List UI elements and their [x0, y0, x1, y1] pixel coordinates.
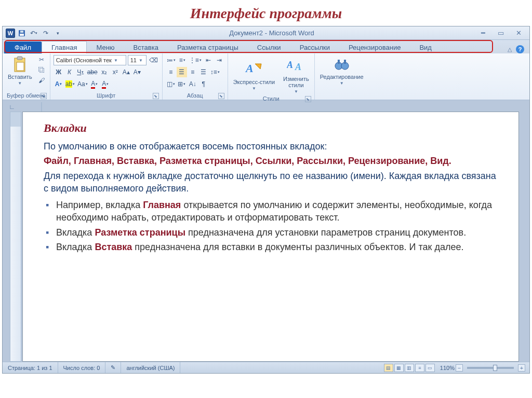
document-page[interactable]: Вкладки По умолчанию в окне отображается…	[22, 112, 519, 362]
maximize-icon[interactable]: ▭	[495, 29, 507, 37]
font-color-icon[interactable]: A▾	[89, 79, 100, 89]
italic-button[interactable]: К	[64, 67, 75, 77]
collapse-ribbon-icon[interactable]: △	[508, 46, 512, 53]
zoom-level[interactable]: 110%	[440, 365, 455, 371]
text-effects-icon[interactable]: A▾	[54, 79, 64, 89]
clear-format-icon[interactable]: ⌫	[148, 55, 159, 65]
svg-rect-2	[20, 31, 23, 33]
tab-pagelayout[interactable]: Разметка страницы	[168, 42, 248, 53]
format-painter-icon[interactable]: 🖌	[36, 76, 47, 85]
tab-menu[interactable]: Меню	[87, 42, 124, 53]
window-title: Документ2 - Microsoft Word	[66, 29, 477, 37]
tab-selector-icon[interactable]: ∟	[3, 102, 21, 112]
zoom-thumb[interactable]	[493, 365, 497, 371]
cut-icon[interactable]: ✂	[36, 55, 47, 64]
view-reading-icon[interactable]: ▦	[394, 364, 404, 372]
close-icon[interactable]: ✕	[513, 29, 524, 37]
tab-file[interactable]: Файл	[4, 42, 42, 53]
view-web-icon[interactable]: ▥	[405, 364, 414, 372]
borders-icon[interactable]: ⊞▾	[177, 79, 187, 89]
group-paragraph-label: Абзац⬊	[166, 92, 224, 100]
status-proofing-icon[interactable]: ✎	[105, 362, 121, 373]
font-color2-icon[interactable]: A▾	[100, 79, 111, 89]
tab-insert[interactable]: Вставка	[124, 42, 168, 53]
launcher-icon[interactable]: ⬊	[153, 93, 159, 99]
statusbar: Страница: 1 из 1 Число слов: 0 ✎ английс…	[3, 362, 529, 373]
undo-icon[interactable]: ↶▾	[29, 28, 39, 38]
numbering-icon[interactable]: ≡▾	[177, 55, 188, 65]
tab-references[interactable]: Ссылки	[248, 42, 290, 53]
qat-customize-icon[interactable]: ▾	[52, 28, 63, 38]
group-font-label: Шрифт⬊	[54, 92, 159, 100]
highlight-icon[interactable]: ab▾	[64, 79, 76, 89]
change-case-icon[interactable]: Aa▾	[76, 79, 89, 89]
bold-button[interactable]: Ж	[54, 67, 64, 77]
launcher-icon[interactable]: ⬊	[305, 96, 311, 102]
slide-title: Интерфейс программы	[0, 0, 532, 26]
view-print-icon[interactable]: ▤	[384, 364, 393, 372]
editing-label: Редактирование	[320, 74, 364, 80]
save-icon[interactable]	[17, 28, 27, 38]
justify-icon[interactable]: ☰	[198, 67, 209, 77]
launcher-icon[interactable]: ⬊	[218, 93, 224, 99]
minimize-icon[interactable]: ━	[477, 29, 489, 37]
vertical-ruler[interactable]	[10, 112, 21, 362]
shading-icon[interactable]: ◫▾	[166, 79, 176, 89]
paste-label: Вставить	[8, 74, 32, 80]
font-name-combo[interactable]: Calibri (Основной тек▼	[54, 55, 126, 65]
superscript-button[interactable]: x²	[110, 67, 121, 77]
bullets-icon[interactable]: ≔▾	[166, 55, 177, 65]
status-words[interactable]: Число слов: 0	[58, 362, 106, 373]
align-left-icon[interactable]: ≡	[166, 67, 176, 77]
quick-styles-button[interactable]: A Экспресс-стили ▼	[231, 58, 277, 92]
subscript-button[interactable]: x₂	[99, 67, 110, 77]
tab-view[interactable]: Вид	[410, 42, 441, 53]
binoculars-icon	[334, 56, 350, 73]
tab-mailings[interactable]: Рассылки	[290, 42, 339, 53]
group-editing: Редактирование ▼	[315, 53, 369, 100]
change-styles-button[interactable]: AA Изменить стили ▼	[281, 55, 311, 95]
svg-rect-11	[338, 60, 340, 64]
launcher-icon[interactable]: ⬊	[41, 93, 47, 99]
redo-icon[interactable]: ↷	[41, 28, 51, 38]
tabs-area: Файл Главная Меню Вставка Разметка стран…	[3, 40, 529, 53]
group-font: Calibri (Основной тек▼ 11▼ ⌫ Ж К Ч▾ abe …	[50, 53, 163, 100]
svg-rect-1	[20, 34, 24, 36]
view-outline-icon[interactable]: ≡	[415, 364, 424, 372]
line-spacing-icon[interactable]: ↕≡▾	[209, 67, 221, 77]
indent-left-icon[interactable]: ⇤	[203, 55, 214, 65]
group-styles-label: Стили⬊	[231, 95, 311, 103]
tab-review[interactable]: Рецензирование	[339, 42, 410, 53]
zoom-out-icon[interactable]: −	[456, 364, 463, 372]
zoom-in-icon[interactable]: +	[518, 364, 525, 372]
group-paragraph: ≔▾ ≡▾ ⋮≡▾ ⇤ ⇥ ≡ ☰ ≡ ☰ ↕≡▾ ◫▾	[163, 53, 228, 100]
align-right-icon[interactable]: ≡	[188, 67, 198, 77]
tab-home[interactable]: Главная	[42, 41, 87, 53]
grow-font-icon[interactable]: A▴	[121, 67, 131, 77]
doc-list: Например, вкладка Главная открывается по…	[44, 199, 502, 253]
multilevel-icon[interactable]: ⋮≡▾	[188, 55, 203, 65]
editing-button[interactable]: Редактирование ▼	[318, 55, 366, 87]
chevron-down-icon: ▼	[294, 89, 298, 94]
font-size-combo[interactable]: 11▼	[128, 55, 147, 65]
paste-button[interactable]: Вставить ▼	[6, 55, 34, 87]
sort-icon[interactable]: A↓	[188, 79, 198, 89]
align-center-icon[interactable]: ☰	[177, 67, 187, 77]
list-item: Например, вкладка Главная открывается по…	[56, 199, 502, 224]
svg-rect-12	[344, 60, 346, 64]
strike-button[interactable]: abe	[86, 67, 99, 77]
horizontal-ruler[interactable]: 1 1 2 3 4 5 6 7 8 9 10 11 12 13 14	[41, 102, 42, 112]
shrink-font-icon[interactable]: A▾	[132, 67, 142, 77]
status-language[interactable]: английский (США)	[121, 362, 180, 373]
word-window: W ↶▾ ↷ ▾ Документ2 - Microsoft Word ━ ▭ …	[2, 26, 530, 374]
underline-button[interactable]: Ч▾	[75, 67, 86, 77]
copy-icon[interactable]: ⿻	[36, 65, 47, 75]
view-draft-icon[interactable]: ▭	[425, 364, 435, 372]
show-marks-icon[interactable]: ¶	[198, 79, 209, 89]
help-icon[interactable]: ?	[516, 45, 524, 53]
indent-right-icon[interactable]: ⇥	[214, 55, 224, 65]
group-styles: A Экспресс-стили ▼ AA Изменить стили ▼ С…	[228, 53, 315, 100]
chevron-down-icon: ▼	[18, 81, 22, 86]
status-page[interactable]: Страница: 1 из 1	[3, 362, 58, 373]
zoom-slider[interactable]	[467, 367, 514, 369]
